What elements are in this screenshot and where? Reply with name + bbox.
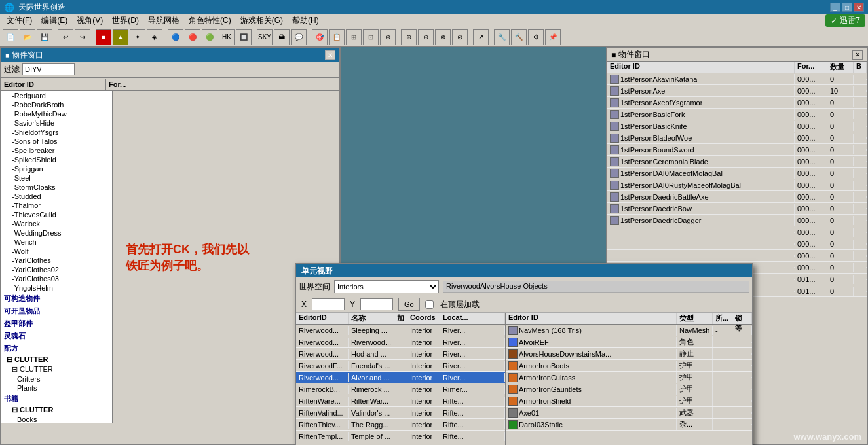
xunlei-widget[interactable]: ✓ 迅雷7 <box>825 14 865 27</box>
tree-item-sons[interactable]: -Sons of Talos <box>1 137 112 146</box>
unit-left-row[interactable]: Riverwood... Alvor and ... Interior Rive… <box>296 372 505 383</box>
tree-item-studded[interactable]: -Studded <box>1 192 112 201</box>
new-tool[interactable]: 📄 <box>3 29 18 45</box>
tool22[interactable]: ↗ <box>473 29 489 45</box>
x-input[interactable] <box>312 298 345 310</box>
tool26[interactable]: 📌 <box>545 29 561 45</box>
tool15[interactable]: ⊞ <box>346 29 362 45</box>
tool11[interactable]: 🏔 <box>274 29 290 45</box>
undo-tool[interactable]: ↩ <box>58 29 73 45</box>
tool25[interactable]: ⚙ <box>528 29 544 45</box>
redo-tool[interactable]: ↪ <box>75 29 90 45</box>
tree-item-redguard[interactable]: -Redguard <box>1 91 112 100</box>
menu-file[interactable]: 文件(F) <box>3 14 36 27</box>
obj-win-close[interactable]: ✕ <box>325 50 335 60</box>
right-obj-row[interactable]: 1stPersonDaedricBattleAxe 000... 0 <box>607 191 867 203</box>
menu-edit[interactable]: 编辑(E) <box>37 14 71 27</box>
tool14[interactable]: 📋 <box>329 29 345 45</box>
right-obj-row[interactable]: 1stPersonAxe 000... 10 <box>607 85 867 97</box>
right-obj-row[interactable]: 1stPersonDaedricBow 000... 0 <box>607 203 867 215</box>
tree-clutter-sub[interactable]: ⊟ CLUTTER <box>1 365 112 374</box>
unit-left-row[interactable]: Riverwood... Riverwood... Interior River… <box>296 336 505 348</box>
unit-left-row[interactable]: RimerockB... Rimerock ... Interior Rimer… <box>296 383 505 395</box>
tool23[interactable]: 🔧 <box>494 29 510 45</box>
tree-cat-constructable[interactable]: 可构造物件 <box>1 293 112 305</box>
tree-item-warlock[interactable]: -Warlock <box>1 219 112 228</box>
unit-left-row[interactable]: RiftenTempl... Temple of ... Interior Ri… <box>296 431 505 442</box>
tool16[interactable]: ⊡ <box>363 29 379 45</box>
menu-nav[interactable]: 导航网格 <box>144 14 183 27</box>
unit-right-row[interactable]: ArmorIronCuirass 护甲 <box>506 372 752 383</box>
right-obj-row[interactable]: 1stPersonBladeofWoe 000... 0 <box>607 132 867 144</box>
unit-right-row[interactable]: ArmorIronShield 护甲 <box>506 395 752 407</box>
menu-char[interactable]: 角色特性(C) <box>185 14 235 27</box>
filter-input[interactable] <box>22 63 75 75</box>
tool3[interactable]: ✦ <box>130 29 145 45</box>
tree-item-wolf[interactable]: -Wolf <box>1 247 112 256</box>
tool7[interactable]: 🟢 <box>202 29 217 45</box>
tree-item-wedding[interactable]: -WeddingDress <box>1 228 112 238</box>
menu-game[interactable]: 游戏相关(G) <box>236 14 287 27</box>
tool21[interactable]: ⊘ <box>452 29 468 45</box>
right-obj-row[interactable]: 1stPersonBasicKnife 000... 0 <box>607 120 867 132</box>
right-obj-row[interactable]: 1stPersonDAI0RustyMaceofMolagBal 000... … <box>607 179 867 191</box>
menu-view[interactable]: 视角(V) <box>73 14 107 27</box>
tool5[interactable]: 🔵 <box>168 29 183 45</box>
tree-critters[interactable]: Critters <box>1 374 112 383</box>
maximize-button[interactable]: □ <box>842 3 852 12</box>
tool24[interactable]: 🔨 <box>511 29 527 45</box>
tree-cat-armor[interactable]: 盔甲部件 <box>1 317 112 330</box>
right-obj-row-extra[interactable]: 000... 0 <box>607 226 867 238</box>
tree-cat-farmable[interactable]: 可开垦物品 <box>1 305 112 317</box>
right-obj-row[interactable]: 1stPersonBoundSword 000... 0 <box>607 144 867 156</box>
right-obj-row[interactable]: 1stPersonAkaviriKatana 000... 0 <box>607 73 867 85</box>
tool17[interactable]: ⊛ <box>380 29 396 45</box>
tool9[interactable]: 🔲 <box>236 29 252 45</box>
menu-world[interactable]: 世界(D) <box>108 14 143 27</box>
unit-right-row[interactable]: AlvorsHouseDownstairsMa... 静止 <box>506 348 752 360</box>
close-button[interactable]: ✕ <box>854 3 864 12</box>
load-on-top-checkbox[interactable] <box>425 300 434 309</box>
tool2[interactable]: ▲ <box>113 29 128 45</box>
unit-left-row[interactable]: RiftenWare... RiftenWar... Interior Rift… <box>296 395 505 407</box>
tree-item-yngols[interactable]: -YngolsHelm <box>1 283 112 293</box>
unit-right-row[interactable]: ArmorIronGauntlets 护甲 <box>506 383 752 395</box>
go-button[interactable]: Go <box>398 298 420 311</box>
tool8[interactable]: HK <box>219 29 235 45</box>
tool6[interactable]: 🔴 <box>185 29 200 45</box>
unit-right-row[interactable]: AlvoiREF 角色 <box>506 336 752 348</box>
tree-item-spell[interactable]: -Spellbreaker <box>1 146 112 155</box>
minimize-button[interactable]: _ <box>830 3 840 12</box>
tree-item-wench[interactable]: -Wench <box>1 238 112 247</box>
right-obj-row[interactable]: 1stPersonCeremonialBlade 000... 0 <box>607 156 867 168</box>
right-obj-row-extra[interactable]: 000... 0 <box>607 250 867 262</box>
tool19[interactable]: ⊖ <box>418 29 434 45</box>
right-obj-close[interactable]: ✕ <box>852 50 863 60</box>
unit-left-row[interactable]: Riverwood... Hod and ... Interior River.… <box>296 348 505 360</box>
tree-cat-soul[interactable]: 灵魂石 <box>1 330 112 342</box>
tree-item-yarl03[interactable]: -YarlClothes03 <box>1 274 112 283</box>
right-obj-row-extra[interactable]: 000... 0 <box>607 238 867 250</box>
tool10[interactable]: SKY <box>257 29 273 45</box>
unit-left-row[interactable]: RiverwoodF... Faendal's ... Interior Riv… <box>296 360 505 372</box>
tool18[interactable]: ⊕ <box>401 29 417 45</box>
tool12[interactable]: 💬 <box>291 29 307 45</box>
unit-left-row[interactable]: RiftenValind... Valindor's ... Interior … <box>296 407 505 419</box>
unit-right-row[interactable]: NavMesh (168 Tris) NavMesh - · <box>506 325 752 336</box>
tree-item-storm[interactable]: -StormCloaks <box>1 183 112 192</box>
tree-books-sub[interactable]: Books <box>1 415 112 423</box>
right-obj-row[interactable]: 1stPersonBasicFork 000... 0 <box>607 109 867 120</box>
unit-right-row[interactable]: Axe01 武器 <box>506 407 752 419</box>
tree-item-yarl02[interactable]: -YarlClothes02 <box>1 265 112 274</box>
tree-cat-books[interactable]: 书籍 <box>1 393 112 405</box>
tree-item-thieves[interactable]: -ThievesGuild <box>1 210 112 219</box>
y-input[interactable] <box>360 298 393 310</box>
tree-item-savior[interactable]: -Savior'sHide <box>1 118 112 128</box>
world-space-dropdown[interactable]: Interiors <box>334 280 439 293</box>
tool4[interactable]: ◈ <box>147 29 162 45</box>
tree-cat-config[interactable]: 配方 <box>1 342 112 355</box>
right-obj-row[interactable]: 1stPersonAxeofYsgramor 000... 0 <box>607 97 867 109</box>
tree-plants[interactable]: Plants <box>1 383 112 393</box>
save-tool[interactable]: 💾 <box>37 29 52 45</box>
unit-right-row[interactable]: DaroI03Static 杂... <box>506 419 752 431</box>
